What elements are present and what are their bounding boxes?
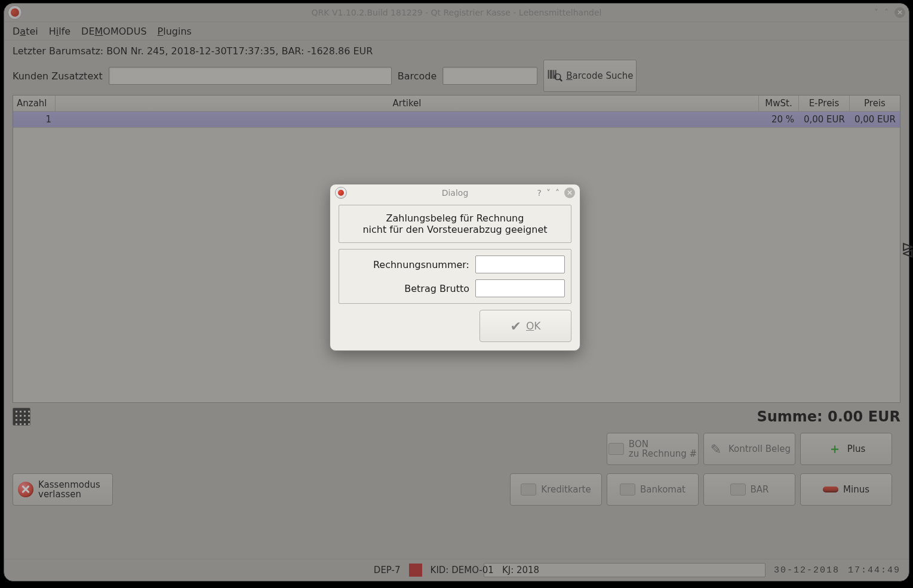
app-icon	[8, 5, 22, 20]
th-preis[interactable]: Preis	[850, 96, 900, 111]
statusbar: DEP-7 KID: DEMO-01 KJ: 2018 30-12-2018 1…	[4, 559, 909, 581]
dialog-info-line1: Zahlungsbeleg für Rechnung	[345, 213, 565, 224]
status-date: 30-12-2018	[774, 565, 840, 575]
plus-button[interactable]: ＋ Plus	[800, 433, 892, 465]
menubar: Datei Hilfe DEMOMODUS Plugins	[4, 22, 909, 41]
minus-button[interactable]: Minus	[800, 473, 892, 506]
last-transaction-text: Letzter Barumsatz: BON Nr. 245, 2018-12-…	[13, 45, 900, 57]
table-row[interactable]: 1 20 % 0,00 EUR 0,00 EUR	[13, 112, 900, 128]
bar-button[interactable]: BAR	[703, 473, 795, 506]
plus-icon: ＋	[827, 441, 843, 457]
minus-label: Minus	[843, 484, 869, 495]
status-kid: KID: DEMO-01	[431, 565, 494, 575]
cell-mwst[interactable]: 20 %	[758, 112, 798, 127]
cell-anzahl[interactable]: 1	[13, 112, 56, 127]
titlebar: QRK V1.10.2.Build 181229 - Qt Registrier…	[4, 4, 909, 22]
side-expand-handle[interactable]: ⧎	[901, 240, 913, 258]
status-kj: KJ: 2018	[502, 565, 539, 575]
th-artikel[interactable]: Artikel	[56, 96, 759, 111]
dialog-app-icon	[335, 187, 347, 199]
th-anzahl[interactable]: Anzahl	[13, 96, 56, 111]
payment-dialog: Dialog ? ˅ ˄ ✕ Zahlungsbeleg für Rechnun…	[330, 184, 580, 351]
kreditkarte-label: Kreditkarte	[541, 484, 591, 495]
kontroll-beleg-button[interactable]: ✎ Kontroll Beleg	[703, 433, 795, 465]
bankomat-label: Bankomat	[640, 484, 685, 495]
menu-plugins[interactable]: Plugins	[158, 26, 192, 37]
main-window: QRK V1.10.2.Build 181229 - Qt Registrier…	[4, 3, 909, 581]
status-dep: DEP-7	[374, 565, 401, 575]
plus-label: Plus	[847, 444, 866, 454]
creditcard-icon	[521, 484, 536, 495]
status-indicator-icon	[409, 564, 422, 577]
receipt-icon	[608, 443, 624, 455]
status-time: 17:44:49	[848, 565, 900, 575]
cell-artikel[interactable]	[56, 112, 758, 127]
cell-epreis[interactable]: 0,00 EUR	[798, 112, 849, 127]
kassenmodus-line1: Kassenmodus	[38, 480, 100, 490]
cash-icon	[730, 484, 746, 495]
window-maximize-button[interactable]: ˄	[884, 8, 889, 17]
pencil-icon: ✎	[708, 441, 724, 457]
cell-preis[interactable]: 0,00 EUR	[849, 112, 900, 127]
kontroll-label: Kontroll Beleg	[728, 444, 791, 454]
betrag-brutto-label: Betrag Brutto	[345, 283, 469, 294]
numpad-button[interactable]	[13, 408, 30, 426]
barcode-label: Barcode	[398, 70, 437, 82]
dialog-ok-button[interactable]: ✔ OK	[479, 310, 571, 342]
menu-datei[interactable]: Datei	[13, 26, 38, 37]
dialog-help-button[interactable]: ?	[537, 188, 542, 198]
minus-icon	[823, 487, 838, 492]
dialog-info-line2: nicht für den Vorsteuerabzug geeignet	[345, 224, 565, 235]
betrag-brutto-input[interactable]	[475, 279, 565, 297]
kunden-zusatztext-label: Kunden Zusatztext	[13, 70, 103, 82]
bar-label: BAR	[751, 484, 769, 495]
window-close-button[interactable]: ✕	[894, 7, 905, 18]
menu-demomodus[interactable]: DEMOMODUS	[81, 26, 146, 37]
svg-line-6	[560, 79, 562, 81]
th-epreis[interactable]: E-Preis	[799, 96, 850, 111]
rechnungsnummer-label: Rechnungsnummer:	[345, 259, 469, 270]
bon-zu-rechnung-button[interactable]: BON zu Rechnung #	[607, 433, 699, 465]
barcode-search-button[interactable]: Barcode Suche	[543, 60, 637, 92]
barcode-search-icon	[547, 68, 562, 84]
bankomat-icon	[620, 484, 635, 495]
check-icon: ✔	[511, 319, 521, 334]
exit-icon	[18, 482, 33, 497]
bon-line2: zu Rechnung #	[629, 449, 697, 459]
barcode-input[interactable]	[442, 67, 537, 85]
kassenmodus-verlassen-button[interactable]: Kassenmodus verlassen	[13, 473, 113, 506]
kunden-zusatztext-input[interactable]	[109, 67, 392, 85]
kreditkarte-button[interactable]: Kreditkarte	[510, 473, 602, 506]
summe-label: Summe: 0.00 EUR	[757, 408, 900, 425]
window-minimize-button[interactable]: ˅	[874, 8, 878, 17]
bankomat-button[interactable]: Bankomat	[607, 473, 699, 506]
rechnungsnummer-input[interactable]	[475, 255, 565, 273]
table-header-row: Anzahl Artikel MwSt. E-Preis Preis	[13, 96, 900, 112]
menu-hilfe[interactable]: Hilfe	[49, 26, 70, 37]
kassenmodus-line2: verlassen	[38, 490, 100, 500]
dialog-maximize-button[interactable]: ˄	[555, 188, 560, 198]
window-title: QRK V1.10.2.Build 181229 - Qt Registrier…	[4, 8, 909, 17]
dialog-close-button[interactable]: ✕	[564, 187, 575, 198]
dialog-minimize-button[interactable]: ˅	[546, 188, 551, 198]
bon-line1: BON	[629, 439, 697, 450]
th-mwst[interactable]: MwSt.	[759, 96, 799, 111]
